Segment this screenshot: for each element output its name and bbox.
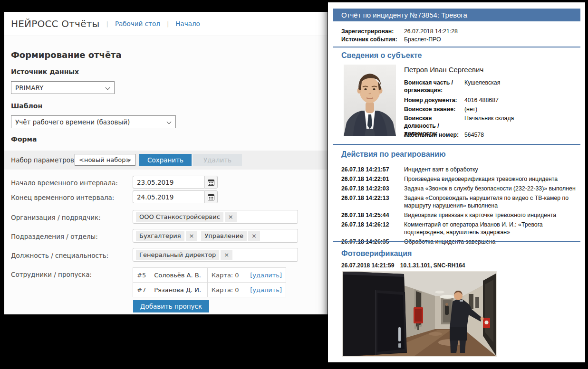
calendar-icon xyxy=(208,179,214,186)
event-source-row: Источник события: Браслет-ПРО xyxy=(341,36,441,43)
timeline-entry: 26.07.18 14:26:12 Комментарий от операто… xyxy=(341,221,582,237)
add-pass-button[interactable]: Добавить пропуск xyxy=(133,300,209,312)
save-button[interactable]: Сохранить xyxy=(139,154,192,166)
employee-card: Карта: 0 xyxy=(207,283,246,297)
timeline-text: Задача «Сопровождать нарушителя по видео… xyxy=(404,195,582,210)
interval-start-label: Начало временного интервала: xyxy=(11,179,118,187)
interval-end-label: Конец временного интервала: xyxy=(11,194,114,201)
calendar-button[interactable] xyxy=(204,190,218,203)
subject-photo xyxy=(344,65,396,136)
nav-link-desktop[interactable]: Рабочий стол xyxy=(115,20,160,28)
tag-chip: Управление × xyxy=(201,231,260,241)
nav-separator: | xyxy=(106,20,108,28)
response-timeline: 26.07.18 14:21:57 Инцидент взят в обрабо… xyxy=(341,166,582,248)
table-row: #5 Соловьёв А. В. Карта: 0 [удалить] xyxy=(133,268,286,283)
detail-label: Табельный номер: xyxy=(404,132,464,139)
employees-table: #5 Соловьёв А. В. Карта: 0 [удалить] #7 … xyxy=(133,267,286,297)
remove-employee-link[interactable]: [удалить] xyxy=(250,272,282,279)
subject-section-heading: Сведения о субъекте xyxy=(341,51,422,60)
template-label: Шаблон xyxy=(11,102,42,110)
timeline-entry: 26.07.18 14:21:57 Инцидент взят в обрабо… xyxy=(341,166,582,174)
employee-name: Соловьёв А. В. xyxy=(150,268,208,283)
tag-label: Бухгалтерия xyxy=(136,231,184,241)
incident-report-panel: Отчёт по инциденту №73854: Тревога Зарег… xyxy=(328,2,585,362)
organization-label: Организация / подрядчик: xyxy=(11,214,101,221)
departments-label: Подразделения / отделы: xyxy=(11,233,98,240)
registered-row: Зарегистрирован: 26.07.2018 14:21:28 xyxy=(341,28,458,35)
incident-report-titlebar: Отчёт по инциденту №73854: Тревога xyxy=(333,9,580,21)
app-title: НЕЙРОСС Отчёты xyxy=(11,18,99,29)
photo-camera-id: 10.1.31.101, SNC-RH164 xyxy=(400,262,465,269)
employees-label: Сотрудники / пропуска: xyxy=(11,271,92,278)
timeline-text: Произведена видеоверификация тревожного … xyxy=(404,176,582,183)
timeline-entry: 26.07.18 14:25:44 Видеоархив привязан к … xyxy=(341,212,582,219)
timeline-entry: 26.07.18 14:22:13 Задача «Сопровождать н… xyxy=(341,195,582,210)
event-source-label: Источник события: xyxy=(341,36,404,43)
remove-employee-link[interactable]: [удалить] xyxy=(250,286,282,293)
desktop: НЕЙРОСС Отчёты | Рабочий стол | Начало Ф… xyxy=(0,0,588,369)
registered-value: 26.07.2018 14:21:28 xyxy=(404,28,458,35)
template-select[interactable]: Учёт рабочего времени (базовый) xyxy=(11,115,176,128)
subject-detail-row: Табельный номер: 564578 xyxy=(404,132,568,139)
registered-label: Зарегистрирован: xyxy=(341,28,404,35)
delete-button[interactable]: Удалить xyxy=(193,154,242,166)
datasource-value: PRIMARY xyxy=(15,84,43,92)
tag-chip: Бухгалтерия × xyxy=(136,231,197,241)
subject-detail-row: Воинское звание: (нет) xyxy=(404,106,568,114)
timeline-time: 26.07.18 14:21:57 xyxy=(341,166,404,174)
chevron-down-icon xyxy=(167,120,172,124)
table-row: #7 Рязанова Д. И. Карта: 0 [удалить] xyxy=(133,283,286,297)
timeline-time: 26.07.18 14:22:01 xyxy=(341,176,404,183)
subject-name: Петров Иван Сергеевич xyxy=(404,66,483,74)
corridor-photo xyxy=(342,271,497,357)
timeline-text: Инцидент взят в обработку xyxy=(404,166,582,174)
organization-input[interactable]: ООО Станкостройсервис × xyxy=(133,210,298,224)
detail-value: 564578 xyxy=(464,132,484,139)
position-input[interactable]: Генеральный директор × xyxy=(133,248,298,262)
position-label: Должность / специальность: xyxy=(11,252,108,259)
detail-value: Кушелевская xyxy=(464,79,500,95)
detail-label: Воинская часть / организация: xyxy=(404,79,464,95)
remove-tag-icon[interactable]: × xyxy=(186,231,198,241)
paramset-label: Набор параметров: xyxy=(11,156,77,164)
interval-start-input[interactable] xyxy=(133,176,204,189)
timeline-time: 26.07.18 14:26:12 xyxy=(341,221,404,237)
nav-separator: | xyxy=(167,20,169,28)
divider xyxy=(333,241,580,242)
timeline-text: Комментарий от оператора Иванов И. И.: «… xyxy=(404,221,582,237)
remove-tag-icon[interactable]: × xyxy=(221,250,232,260)
detail-label: Воинское звание: xyxy=(404,106,464,114)
datasource-label: Источник данных xyxy=(11,68,79,76)
reports-window: НЕЙРОСС Отчёты | Рабочий стол | Начало Ф… xyxy=(4,12,328,314)
timeline-text: Видеоархив привязан к карточке тревожног… xyxy=(404,212,582,219)
remove-tag-icon[interactable]: × xyxy=(225,212,237,222)
divider xyxy=(333,144,580,145)
employee-number: #5 xyxy=(133,268,150,283)
departments-input[interactable]: Бухгалтерия × Управление × xyxy=(133,229,298,243)
actions-section-heading: Действия по реагированию xyxy=(341,150,446,159)
form-section-label: Форма xyxy=(11,135,37,143)
timeline-time: 26.07.18 14:22:03 xyxy=(341,185,404,193)
detail-label: Номер документа: xyxy=(404,97,464,104)
reports-header: НЕЙРОСС Отчёты | Рабочий стол | Начало xyxy=(4,12,328,36)
tag-chip: ООО Станкостройсервис × xyxy=(136,212,237,222)
subject-detail-row: Номер документа: 4016 488687 xyxy=(404,97,568,104)
remove-tag-icon[interactable]: × xyxy=(248,231,260,241)
parameter-set-bar: Набор параметров: <новый набор> Сохранит… xyxy=(4,151,328,170)
timeline-entry: 26.07.18 14:22:01 Произведена видеовериф… xyxy=(341,176,582,183)
paramset-select[interactable]: <новый набор> xyxy=(75,154,135,166)
datasource-select[interactable]: PRIMARY xyxy=(11,81,115,94)
subject-detail-row: Воинская часть / организация: Кушелевска… xyxy=(404,79,568,95)
calendar-button[interactable] xyxy=(204,176,218,189)
employee-name: Рязанова Д. И. xyxy=(150,283,208,297)
event-source-value: Браслет-ПРО xyxy=(404,36,441,43)
tag-label: ООО Станкостройсервис xyxy=(136,212,223,222)
tag-label: Генеральный директор xyxy=(136,250,219,260)
timeline-text: Задача «Звонок в службу безопасности (23… xyxy=(404,185,582,193)
nav-link-home[interactable]: Начало xyxy=(175,20,200,28)
employee-card: Карта: 0 xyxy=(207,268,246,283)
tag-label: Управление xyxy=(201,231,247,241)
paramset-value: <новый набор> xyxy=(79,156,131,163)
interval-end-input[interactable] xyxy=(133,190,204,203)
incident-report-title: Отчёт по инциденту №73854: Тревога xyxy=(341,11,467,19)
